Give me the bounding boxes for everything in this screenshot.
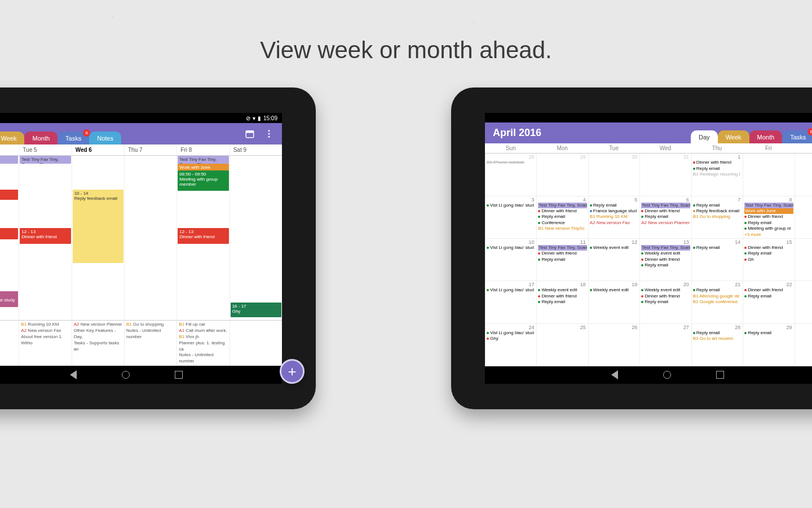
month-cell[interactable]: 21Reply emailB1 Attending google deB1 Go…	[691, 281, 743, 323]
event[interactable]: Test Tiny Fax Tiny, Scanner,Pla...	[20, 156, 70, 164]
week-grid[interactable]: 15:30 - 16:30France language study Test …	[0, 156, 282, 320]
month-cell[interactable]: 29Reply email	[743, 324, 794, 366]
month-cell[interactable]: 3Vist Li gong biao' stud	[485, 196, 536, 238]
recents-button[interactable]	[716, 371, 724, 379]
tablet-week: ⊘ ▾ ▮ 15:09 Day Week Month Tasks6 Notes …	[0, 87, 316, 409]
status-bar: ⊘ ▾ ▮ 15:09	[0, 113, 282, 123]
tab-day[interactable]: Day	[691, 130, 718, 143]
headline: View week or month ahead.	[0, 0, 812, 81]
month-cell[interactable]: 28Reply emailB1 Go to art musem	[691, 324, 743, 366]
month-cell[interactable]: 8Test Tiny Fax Tiny, ScanWork with JoneD…	[743, 196, 794, 238]
month-cell[interactable]: 30	[588, 154, 639, 195]
month-cell[interactable]: 4Test Tiny Fax Tiny, ScanDinner with fri…	[536, 196, 588, 238]
month-cell[interactable]: 15Dinner with friendReply emailGh	[743, 239, 794, 281]
month-cell[interactable]: 11Test Tiny Fax Tiny, ScanDinner with fr…	[536, 239, 588, 281]
tab-month[interactable]: Month	[749, 130, 783, 143]
month-cell[interactable]: 14Reply email	[691, 239, 743, 281]
android-navbar	[485, 366, 812, 384]
home-button[interactable]	[122, 371, 130, 379]
month-cell[interactable]: 7Reply emailReply feedback emailB1 Go to…	[691, 196, 743, 238]
event[interactable]: Work with Jone	[178, 164, 228, 170]
day-tasks[interactable]: Scanne great,	[0, 321, 19, 366]
month-cell[interactable]: 5Reply emailFrance language studB1 Runni…	[588, 196, 639, 238]
dow: Tue	[588, 143, 639, 153]
event[interactable]: 10 - 14Reply feedback email	[73, 190, 123, 263]
day-header[interactable]: Mon 4	[0, 144, 19, 155]
battery-icon: ▮	[258, 115, 261, 121]
event[interactable]: Test Tiny Fax Tiny, Scanner,Pla...	[178, 156, 228, 164]
today-icon[interactable]	[245, 129, 255, 139]
month-cell[interactable]	[743, 154, 794, 195]
event[interactable]: 08:50 - 09:50Meeting with group member	[178, 170, 228, 191]
clock: 15:09	[263, 115, 277, 121]
tab-month[interactable]: Month	[24, 132, 58, 144]
day-tasks[interactable]: B1 Running 10 KMA2 New.version FaxAbout …	[19, 321, 71, 366]
month-cell[interactable]: 31	[639, 154, 691, 195]
back-button[interactable]	[607, 370, 618, 379]
dow: Sun	[485, 143, 536, 153]
month-cell[interactable]: 26	[588, 324, 639, 366]
view-tabs: Day Week Month Tasks6 Notes	[0, 123, 121, 144]
dow: Fri	[743, 143, 794, 153]
wifi-icon: ▾	[253, 115, 255, 121]
month-cell[interactable]: 29	[536, 154, 588, 195]
day-tasks[interactable]: A2 New version PlannerOther Key Features…	[72, 321, 124, 366]
month-cell[interactable]	[795, 154, 812, 195]
month-cell[interactable]	[795, 239, 812, 281]
tab-notes[interactable]: Notes	[89, 132, 121, 144]
event[interactable]: 16 - 17Ghy	[231, 303, 281, 317]
event[interactable]: 12 - 13Dinner with friend	[20, 228, 70, 244]
day-header[interactable]: Fri 8	[176, 144, 229, 155]
month-cell[interactable]: 17Vist Li gong biao' stud	[485, 281, 536, 323]
month-cell[interactable]: 18Weekly event editDinner with friendRep…	[536, 281, 588, 323]
tab-week[interactable]: Week	[0, 132, 24, 144]
tab-tasks[interactable]: Tasks6	[782, 130, 812, 143]
add-fab[interactable]: +	[280, 359, 304, 384]
recents-button[interactable]	[175, 371, 183, 379]
svg-rect-1	[246, 131, 254, 133]
month-cell[interactable]: 20Weekly event editDinner with friendRep…	[639, 281, 691, 323]
day-header[interactable]: Wed 6	[72, 144, 124, 155]
event[interactable]	[0, 228, 18, 239]
month-cell[interactable]: 24Vist Li gong biao' studGhy	[485, 324, 536, 366]
day-header[interactable]: Tue 5	[19, 144, 71, 155]
day-tasks[interactable]: B1 Fill up carA1 Call mum after work.B1 …	[176, 321, 229, 366]
month-cell[interactable]: 12Weekly event edit	[588, 239, 639, 281]
svg-point-3	[268, 133, 270, 135]
app-header: Day Week Month Tasks6 Notes	[0, 123, 282, 144]
month-cell[interactable]: 25	[536, 324, 588, 366]
overflow-menu-icon[interactable]	[264, 129, 274, 139]
month-cell[interactable]: 28B1 iPhone subtask	[485, 154, 536, 195]
month-cell[interactable]: 10Vist Li gong biao' stud	[485, 239, 536, 281]
back-button[interactable]	[65, 370, 77, 379]
event[interactable]	[0, 190, 18, 200]
dow	[795, 143, 812, 153]
dow: Wed	[639, 143, 691, 153]
month-cell[interactable]: 13Test Tiny Fax Tiny, ScanWeekly event e…	[639, 239, 691, 281]
event[interactable]: 15:30 - 16:30France language study	[0, 291, 18, 307]
month-cell[interactable]: 1Dinner with friendReply emailB1 Redesig…	[691, 154, 743, 195]
event[interactable]	[0, 156, 18, 164]
day-header[interactable]: Sat 9	[230, 144, 282, 155]
month-row: 17Vist Li gong biao' stud18Weekly event …	[485, 281, 812, 323]
month-cell[interactable]	[795, 196, 812, 238]
tab-tasks[interactable]: Tasks6	[58, 132, 89, 144]
month-cell[interactable]: 22Dinner with friendReply email	[743, 281, 794, 323]
month-cell[interactable]	[795, 281, 812, 323]
month-cell[interactable]: 6Test Tiny Fax Tiny, ScanDinner with fri…	[639, 196, 691, 238]
month-row: 10Vist Li gong biao' stud11Test Tiny Fax…	[485, 239, 812, 281]
month-cell[interactable]: 19Weekly event edit	[588, 281, 639, 323]
month-cell[interactable]: 27	[639, 324, 691, 366]
month-row: 24Vist Li gong biao' studGhy25262728Repl…	[485, 324, 812, 366]
month-cell[interactable]	[795, 324, 812, 366]
status-bar	[485, 113, 812, 122]
svg-point-2	[268, 130, 270, 132]
tab-week[interactable]: Week	[718, 130, 749, 143]
event[interactable]: 12 - 13Dinner with friend	[178, 228, 228, 244]
day-tasks[interactable]: B1 Go to shoppingNotes - Unlimited numbe…	[124, 321, 176, 366]
home-button[interactable]	[663, 371, 671, 379]
day-tasks[interactable]	[230, 321, 282, 366]
dow: Thu	[691, 143, 743, 153]
svg-point-4	[268, 136, 270, 138]
day-header[interactable]: Thu 7	[124, 144, 176, 155]
